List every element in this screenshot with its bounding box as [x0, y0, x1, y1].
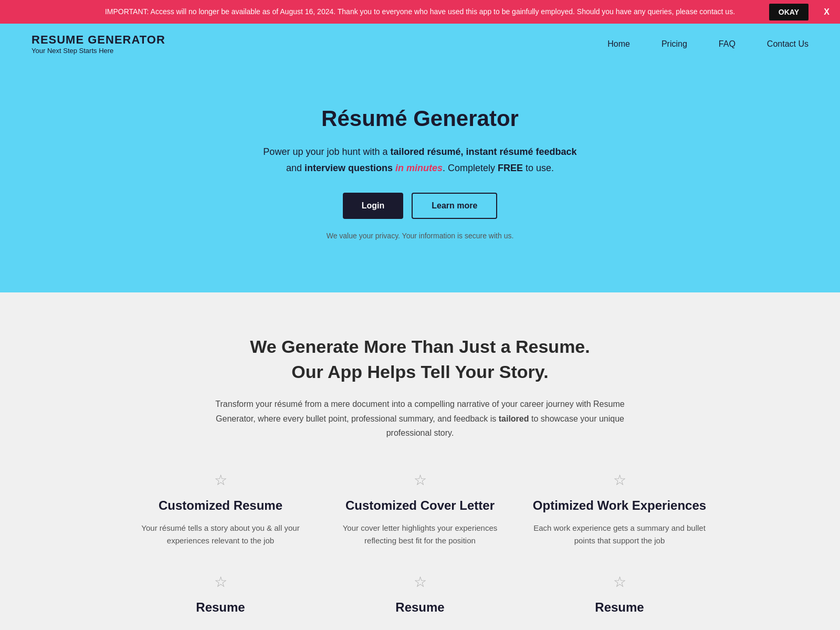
star-icon-1: ☆	[331, 471, 509, 489]
hero-desc-prefix: Power up your job hunt with a	[263, 146, 390, 157]
navbar: RESUME GENERATOR Your Next Step Starts H…	[0, 24, 840, 64]
feature-title-2: Optimized Work Experiences	[530, 497, 709, 513]
features-heading: We Generate More Than Just a Resume. Our…	[32, 334, 808, 384]
hero-section: Résumé Generator Power up your job hunt …	[0, 64, 840, 292]
hero-desc-end: to use.	[523, 163, 554, 173]
nav-link-faq[interactable]: FAQ	[719, 39, 736, 48]
logo: RESUME GENERATOR Your Next Step Starts H…	[32, 33, 165, 55]
feature-desc-0: Your résumé tells a story about you & al…	[131, 522, 310, 547]
hero-description: Power up your job hunt with a tailored r…	[262, 144, 578, 176]
okay-button[interactable]: OKAY	[769, 4, 808, 20]
nav-link-home[interactable]: Home	[607, 39, 630, 48]
star-icon-0: ☆	[131, 471, 310, 489]
hero-desc-mid: and	[286, 163, 304, 173]
star-icon-5: ☆	[530, 573, 709, 591]
feature-title-4: Resume	[331, 599, 509, 615]
feature-title-1: Customized Cover Letter	[331, 497, 509, 513]
feature-desc-1: Your cover letter highlights your experi…	[331, 522, 509, 547]
feature-desc-2: Each work experience gets a summary and …	[530, 522, 709, 547]
hero-buttons: Login Learn more	[21, 193, 819, 219]
alert-message: IMPORTANT: Access will no longer be avai…	[105, 7, 735, 16]
features-heading-line2: Our App Helps Tell Your Story.	[291, 362, 548, 382]
login-button[interactable]: Login	[343, 193, 404, 219]
nav-link-pricing[interactable]: Pricing	[662, 39, 687, 48]
features-grid: ☆ Customized Resume Your résumé tells a …	[131, 471, 709, 624]
hero-free: FREE	[498, 163, 523, 173]
learn-more-button[interactable]: Learn more	[412, 193, 497, 219]
star-icon-3: ☆	[131, 573, 310, 591]
features-desc-bold: tailored	[499, 414, 529, 423]
logo-title: RESUME GENERATOR	[32, 33, 165, 47]
features-description: Transform your résumé from a mere docume…	[210, 397, 630, 440]
feature-title-0: Customized Resume	[131, 497, 310, 513]
privacy-note: We value your privacy. Your information …	[21, 232, 819, 240]
nav-item-contact[interactable]: Contact Us	[767, 39, 808, 49]
feature-title-3: Resume	[131, 599, 310, 615]
feature-item-0: ☆ Customized Resume Your résumé tells a …	[131, 471, 310, 547]
nav-item-pricing[interactable]: Pricing	[662, 39, 687, 49]
alert-banner: IMPORTANT: Access will no longer be avai…	[0, 0, 840, 24]
feature-item-4: ☆ Resume	[331, 573, 509, 624]
close-icon[interactable]: X	[824, 6, 830, 18]
nav-links: Home Pricing FAQ Contact Us	[607, 39, 808, 49]
feature-item-2: ☆ Optimized Work Experiences Each work e…	[530, 471, 709, 547]
star-icon-2: ☆	[530, 471, 709, 489]
feature-item-5: ☆ Resume	[530, 573, 709, 624]
nav-item-faq[interactable]: FAQ	[719, 39, 736, 49]
nav-item-home[interactable]: Home	[607, 39, 630, 49]
hero-title: Résumé Generator	[21, 106, 819, 131]
star-icon-4: ☆	[331, 573, 509, 591]
feature-item-3: ☆ Resume	[131, 573, 310, 624]
hero-desc-bold1: tailored résumé, instant résumé feedback	[391, 146, 577, 157]
hero-desc-italic: in minutes	[393, 163, 443, 173]
feature-title-5: Resume	[530, 599, 709, 615]
features-section: We Generate More Than Just a Resume. Our…	[0, 292, 840, 630]
nav-link-contact[interactable]: Contact Us	[767, 39, 808, 48]
hero-desc-bold2: interview questions	[304, 163, 393, 173]
feature-item-1: ☆ Customized Cover Letter Your cover let…	[331, 471, 509, 547]
features-heading-line1: We Generate More Than Just a Resume.	[250, 337, 590, 356]
logo-subtitle: Your Next Step Starts Here	[32, 47, 165, 55]
hero-desc-suffix: . Completely	[443, 163, 498, 173]
